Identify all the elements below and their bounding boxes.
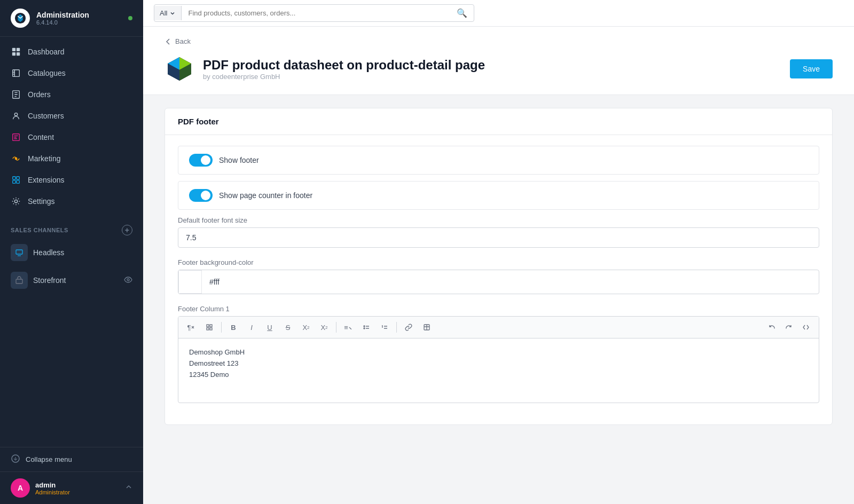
sidebar-item-headless[interactable]: Headless [0,239,143,266]
rte-divider2 [336,322,336,333]
color-input[interactable] [202,272,819,292]
save-button[interactable]: Save [790,59,833,78]
rich-text-editor: ¶ B I U S X2 X2 [178,316,819,403]
catalogue-icon [11,68,21,78]
pdf-footer-section: PDF footer Show footer Show page counter… [164,108,833,425]
svg-rect-16 [16,279,22,284]
sidebar-item-label: Orders [28,90,51,99]
rte-ordered-list-btn[interactable] [377,320,392,335]
svg-rect-25 [210,325,212,327]
headless-icon [11,244,28,261]
sidebar-item-label: Dashboard [28,48,65,56]
show-footer-row: Show footer [178,146,819,175]
footer-column1-group: Footer Column 1 ¶ B I U [178,305,819,403]
search-button[interactable]: 🔍 [450,5,474,21]
main-content: All 🔍 Back [143,0,854,504]
back-button[interactable]: Back [164,37,833,45]
sidebar-item-customers[interactable]: Customers [0,105,143,127]
show-page-counter-row: Show page counter in footer [178,181,819,210]
extensions-icon [11,175,21,185]
sales-channels-title: Sales Channels + [0,216,143,239]
rte-toolbar: ¶ B I U S X2 X2 [178,317,819,338]
avatar: A [11,478,30,498]
font-size-input[interactable] [178,227,819,248]
user-profile[interactable]: A admin Administrator [0,471,143,504]
rte-redo-btn[interactable] [781,320,796,335]
collapse-menu-button[interactable]: Collapse menu [0,447,143,471]
rte-undo-btn[interactable] [764,320,779,335]
rte-strikethrough-btn[interactable]: S [280,320,295,335]
search-input[interactable] [182,6,450,20]
show-page-counter-label: Show page counter in footer [219,191,312,200]
svg-rect-1 [12,48,15,51]
svg-rect-10 [13,177,15,179]
font-size-label: Default footer font size [178,216,819,224]
orders-icon [11,89,21,100]
rte-content[interactable]: Demoshop GmbH Demostreet 123 12345 Demo [178,338,819,403]
svg-rect-26 [207,328,209,330]
add-sales-channel-button[interactable]: + [122,225,132,235]
svg-rect-15 [16,250,22,254]
sidebar-item-storefront[interactable]: Storefront [0,266,143,294]
rte-table-btn[interactable] [419,320,434,335]
sidebar-item-label: Content [28,133,54,141]
dashboard-icon [11,46,21,57]
storefront-label: Storefront [33,276,66,285]
sidebar-item-content[interactable]: Content [0,127,143,148]
rte-code-btn[interactable] [798,320,813,335]
svg-point-9 [15,158,17,160]
user-role: Administrator [35,489,70,495]
sidebar-item-label: Marketing [28,154,60,163]
rte-subscript-btn[interactable]: X2 [317,320,332,335]
plugin-author: by codeenterprise GmbH [203,73,781,81]
sidebar-item-label: Settings [28,197,55,206]
show-page-counter-toggle[interactable] [189,189,213,202]
search-bar: All 🔍 [154,4,474,22]
app-version: 6.4.14.0 [36,19,89,26]
rte-expand-btn[interactable] [202,320,217,335]
plugin-header: PDF product datasheet on product-detail … [164,54,833,84]
svg-rect-5 [13,70,20,77]
collapse-icon [11,454,20,465]
svg-point-29 [364,328,365,329]
rte-divider3 [396,322,397,333]
sidebar-item-orders[interactable]: Orders [0,84,143,105]
rte-align-btn[interactable]: ≡ [341,320,356,335]
svg-rect-13 [17,180,19,183]
page-content: Back PDF product datasheet on product-de… [143,27,854,504]
user-name: admin [35,481,70,489]
svg-rect-12 [13,180,15,183]
rte-link-btn[interactable] [401,320,416,335]
storefront-icon [11,272,28,289]
chevron-up-icon [125,483,132,493]
rte-paragraph-btn[interactable]: ¶ [184,320,199,335]
bg-color-group: Footer background-color [178,258,819,294]
sidebar-item-label: Extensions [28,176,64,184]
rte-superscript-btn[interactable]: X2 [299,320,314,335]
search-dropdown[interactable]: All [154,6,182,20]
sidebar-item-settings[interactable]: Settings [0,191,143,212]
sidebar-item-extensions[interactable]: Extensions [0,169,143,191]
svg-rect-24 [207,325,209,327]
sidebar-item-dashboard[interactable]: Dashboard [0,41,143,62]
rte-italic-btn[interactable]: I [244,320,259,335]
svg-point-7 [14,113,17,116]
svg-rect-4 [17,52,20,56]
topbar: All 🔍 [143,0,854,27]
footer-column1-label: Footer Column 1 [178,305,819,313]
svg-point-14 [14,200,17,202]
show-footer-toggle[interactable] [189,154,213,167]
rte-unordered-list-btn[interactable] [359,320,374,335]
rte-bold-btn[interactable]: B [226,320,241,335]
sidebar-header: Administration 6.4.14.0 [0,0,143,37]
visibility-icon[interactable] [124,275,132,286]
rte-underline-btn[interactable]: U [262,320,277,335]
app-logo [11,9,30,28]
sidebar-item-catalogues[interactable]: Catalogues [0,62,143,84]
settings-icon [11,196,21,207]
page-header: Back PDF product datasheet on product-de… [143,27,854,95]
sidebar-item-marketing[interactable]: Marketing [0,148,143,169]
color-swatch[interactable] [178,270,202,294]
sidebar-nav: Dashboard Catalogues Orders Customers [0,37,143,216]
font-size-group: Default footer font size [178,216,819,248]
